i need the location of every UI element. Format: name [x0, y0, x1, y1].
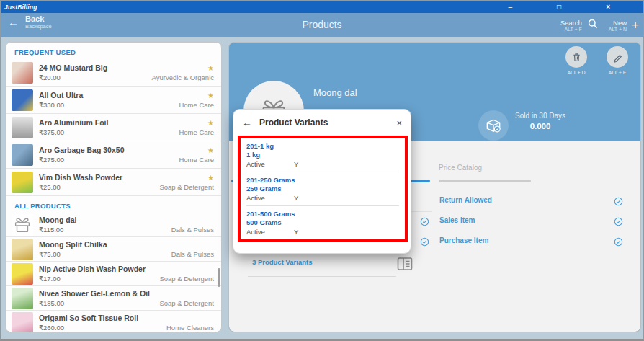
new-button[interactable]: New ALT + N +	[609, 19, 639, 32]
product-list-item[interactable]: 24 MO Mustard Big★ ₹20.00Ayurvedic & Org…	[6, 59, 221, 87]
minimize-button[interactable]: –	[509, 4, 513, 11]
variant-quantity: 1 kg	[246, 151, 399, 159]
product-name: Aro Garbage Bag 30x50	[39, 146, 124, 154]
sold-30-days-value: 0.000	[515, 122, 565, 130]
product-category: Soap & Detergent	[159, 275, 214, 283]
product-price: ₹260.00	[39, 324, 64, 332]
variant-flag: Y	[294, 160, 298, 168]
variant-status: Active	[246, 194, 294, 202]
product-name: Nivea Shower Gel-Lemon & Oil	[39, 289, 150, 298]
variant-divider	[246, 172, 399, 172]
favorite-star-icon[interactable]: ★	[207, 146, 214, 154]
dialog-back-arrow-icon[interactable]: ←	[242, 117, 252, 128]
app-header: ← Back Backspace Products Search ALT + F…	[1, 13, 643, 37]
product-list-item[interactable]: Moong dal ₹115.00Dals & Pulses	[6, 213, 221, 237]
product-name: Vim Dish Wash Powder	[39, 173, 122, 182]
product-thumbnail	[12, 117, 33, 138]
favorite-star-icon[interactable]: ★	[207, 92, 214, 99]
product-thumbnail	[12, 144, 33, 166]
product-variants-dialog: ← Product Variants × 201-1 kg 1 kg Activ…	[233, 109, 411, 254]
product-price: ₹275.00	[39, 156, 64, 164]
check-circle-icon[interactable]	[420, 236, 429, 246]
product-name: Moong Split Chilka	[39, 240, 107, 249]
product-name: Aro Aluminium Foil	[39, 118, 108, 127]
variant-code: 201-1 kg	[246, 142, 399, 151]
product-category: Dals & Pulses	[171, 226, 214, 234]
product-list-sidebar: FREQUENT USED 24 MO Mustard Big★ ₹20.00A…	[5, 42, 222, 332]
product-thumbnail	[12, 62, 33, 84]
check-circle-icon[interactable]	[614, 216, 623, 226]
product-price: ₹375.00	[39, 128, 64, 136]
variant-status: Active	[246, 228, 294, 236]
product-list-item[interactable]: Aro Aluminium Foil★ ₹375.00Home Care	[6, 114, 221, 141]
package-icon	[478, 110, 509, 141]
product-category: Home Care	[179, 156, 214, 164]
product-thumbnail-placeholder	[12, 214, 33, 236]
favorite-star-icon[interactable]: ★	[207, 64, 214, 72]
dialog-close-icon[interactable]: ×	[396, 118, 402, 128]
product-list-item[interactable]: Aro Garbage Bag 30x50★ ₹275.00Home Care	[6, 141, 221, 169]
variants-divider	[248, 276, 396, 277]
product-price: ₹20.00	[39, 74, 61, 81]
pencil-icon	[612, 52, 623, 63]
sold-30-days-label: Sold in 30 Days	[515, 112, 565, 120]
product-category: Home Cleaners	[166, 324, 214, 332]
variant-code: 201-250 Grams	[246, 176, 399, 185]
variant-flag: Y	[294, 228, 298, 236]
variant-list-highlight: 201-1 kg 1 kg Active Y 201-250 Grams 250…	[238, 136, 408, 242]
price-catalog-tab-bar	[439, 180, 531, 182]
product-thumbnail	[12, 288, 33, 309]
check-circle-icon[interactable]	[614, 236, 623, 246]
product-list-item[interactable]: Origami So Soft Tissue Roll ₹260.00Home …	[6, 311, 221, 332]
variant-row[interactable]: 201-1 kg 1 kg Active Y	[246, 142, 399, 168]
product-price: ₹115.00	[39, 226, 63, 234]
variant-code: 201-500 Grams	[246, 210, 399, 218]
product-thumbnail	[12, 89, 33, 111]
product-title: Moong dal	[313, 87, 357, 98]
close-window-button[interactable]: ×	[606, 4, 610, 11]
check-circle-icon[interactable]	[420, 216, 429, 226]
attribute-return-allowed[interactable]: Return Allowed	[439, 196, 492, 204]
product-price: ₹17.00	[39, 275, 61, 283]
product-category: Ayurvedic & Organic	[152, 74, 214, 81]
sidebar-scrollbar[interactable]	[218, 268, 220, 287]
frequent-used-header: FREQUENT USED	[6, 43, 221, 59]
edit-shortcut: ALT + E	[601, 70, 633, 75]
search-button[interactable]: Search ALT + F	[560, 18, 599, 32]
search-shortcut: ALT + F	[560, 27, 582, 32]
product-thumbnail	[12, 239, 33, 260]
new-label: New	[609, 19, 627, 27]
variant-list-view-icon[interactable]	[396, 255, 413, 273]
dialog-title: Product Variants	[259, 118, 389, 128]
product-thumbnail	[12, 312, 33, 333]
product-list-item[interactable]: All Out Ultra★ ₹330.00Home Care	[6, 87, 221, 114]
check-circle-icon[interactable]	[614, 196, 623, 205]
product-price: ₹25.00	[39, 183, 61, 191]
product-list-item[interactable]: Moong Split Chilka ₹75.00Dals & Pulses	[6, 237, 221, 262]
page-title: Products	[1, 19, 643, 30]
product-list-item[interactable]: Nip Active Dish Wash Powder ₹17.00Soap &…	[6, 262, 221, 286]
attribute-sales-item[interactable]: Sales Item	[439, 216, 475, 224]
search-icon	[587, 18, 599, 32]
delete-shortcut: ALT + D	[560, 70, 592, 75]
delete-button[interactable]	[565, 46, 587, 68]
product-list-item[interactable]: Nivea Shower Gel-Lemon & Oil ₹185.00Soap…	[6, 286, 221, 311]
plus-icon: +	[632, 19, 639, 31]
product-list-item[interactable]: Vim Dish Wash Powder★ ₹25.00Soap & Deter…	[6, 169, 221, 196]
variants-summary-link[interactable]: 3 Product Variants	[252, 258, 312, 266]
variant-row[interactable]: 201-500 Grams 500 Grams Active Y	[246, 210, 399, 236]
tab-price-catalog[interactable]: Price Catalog	[439, 164, 482, 172]
maximize-button[interactable]: □	[557, 4, 561, 11]
favorite-star-icon[interactable]: ★	[207, 119, 214, 127]
new-shortcut: ALT + N	[609, 27, 627, 32]
variant-row[interactable]: 201-250 Grams 250 Grams Active Y	[246, 176, 399, 202]
product-price: ₹330.00	[39, 101, 64, 109]
favorite-star-icon[interactable]: ★	[207, 174, 214, 182]
trash-icon	[571, 52, 582, 63]
attribute-purchase-item[interactable]: Purchase Item	[439, 236, 488, 244]
product-thumbnail	[12, 263, 33, 285]
search-label: Search	[560, 19, 582, 27]
edit-button[interactable]	[607, 46, 628, 68]
product-name: 24 MO Mustard Big	[39, 63, 107, 72]
product-price: ₹185.00	[39, 299, 64, 307]
